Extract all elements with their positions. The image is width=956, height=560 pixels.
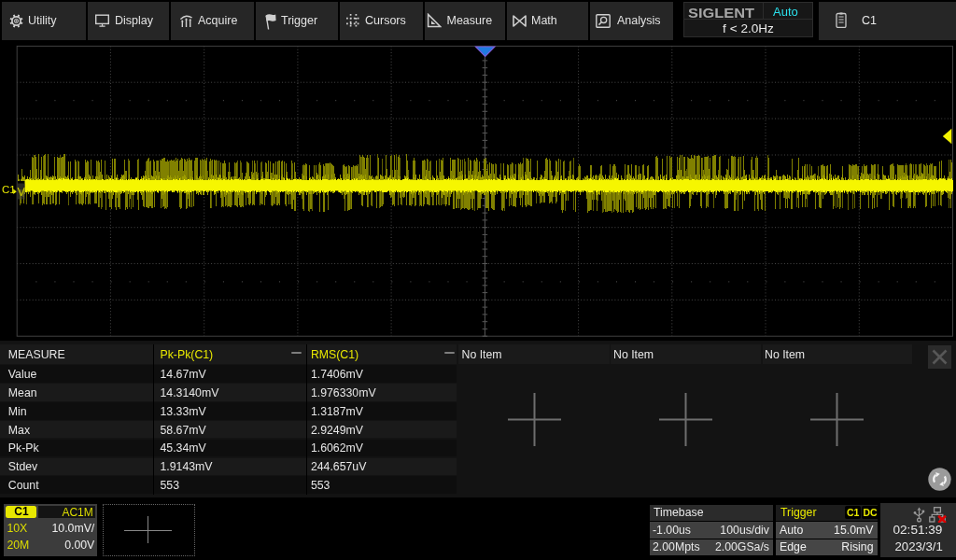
svg-text:V: V — [18, 186, 26, 199]
